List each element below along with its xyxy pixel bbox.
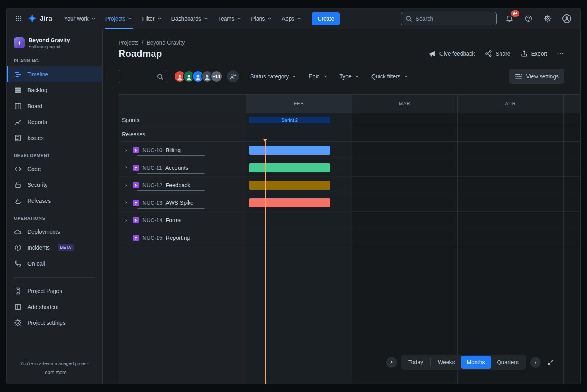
sidebar-item-code[interactable]: Code: [7, 161, 102, 177]
code-icon: [14, 165, 22, 173]
nav-dashboards[interactable]: Dashboards: [167, 8, 214, 29]
share-button[interactable]: Share: [484, 50, 510, 58]
avatar-overflow[interactable]: +14: [210, 70, 222, 82]
learn-more-link[interactable]: Learn more: [42, 370, 66, 375]
notifications-button[interactable]: 9+: [503, 12, 516, 25]
global-search-input[interactable]: [401, 12, 497, 25]
sidebar-item-reports[interactable]: Reports: [7, 114, 102, 130]
expand-chevron-icon[interactable]: [122, 217, 130, 224]
expand-chevron-icon[interactable]: [122, 182, 130, 189]
epic-name[interactable]: Forms: [166, 217, 182, 223]
timeline-controls: Today Weeks Months Quarters: [386, 355, 556, 370]
expand-chevron-icon[interactable]: [122, 199, 130, 206]
expand-chevron-icon[interactable]: [122, 147, 130, 154]
epic-key: NUC-11: [142, 165, 162, 171]
nav-filter[interactable]: Filter: [137, 8, 166, 29]
nav-your-work[interactable]: Your work: [59, 8, 101, 29]
chevron-down-icon: [323, 74, 328, 79]
jira-logo[interactable]: Jira: [27, 14, 52, 23]
epic-progress-track: [137, 208, 205, 209]
zoom-control: Today Weeks Months Quarters: [401, 355, 526, 370]
filter-status-category[interactable]: Status category: [246, 70, 301, 83]
epic-key: NUC-14: [142, 217, 163, 223]
expand-chevron-icon[interactable]: [122, 164, 130, 171]
create-button[interactable]: Create: [312, 12, 340, 25]
info-button[interactable]: [530, 357, 541, 368]
chevron-down-icon: [204, 16, 208, 21]
breadcrumb-projects[interactable]: Projects: [119, 39, 139, 46]
filter-quick-filters[interactable]: Quick filters: [367, 70, 412, 83]
epic-bar[interactable]: [249, 146, 330, 155]
nav-apps[interactable]: Apps: [277, 8, 306, 29]
jira-logo-icon: [27, 14, 37, 23]
epic-bar[interactable]: [249, 198, 330, 207]
zoom-weeks-button[interactable]: Weeks: [432, 356, 461, 369]
more-actions-button[interactable]: ⋯: [557, 49, 564, 58]
sidebar-item-on-call[interactable]: On-call: [7, 256, 102, 272]
month-header-apr: APR: [457, 95, 563, 113]
sidebar-item-backlog[interactable]: Backlog: [7, 82, 102, 98]
sidebar-item-add-shortcut[interactable]: Add shortcut: [7, 299, 102, 315]
chevron-right-icon: [389, 359, 394, 365]
sidebar-item-issues[interactable]: Issues: [7, 130, 102, 146]
sidebar-divider: [14, 277, 95, 278]
sidebar-item-releases[interactable]: Releases: [7, 193, 102, 209]
project-header[interactable]: Beyond Gravity Software project: [7, 37, 102, 51]
epic-progress-track: [137, 155, 205, 156]
sidebar-item-board[interactable]: Board: [7, 98, 102, 114]
nav-plans[interactable]: Plans: [246, 8, 277, 29]
document-icon: [14, 287, 22, 295]
sprint-bar[interactable]: Sprint 2: [249, 117, 330, 123]
app-switcher-button[interactable]: [12, 12, 25, 25]
jira-window: Jira Your work Projects Filter Dashboard…: [6, 8, 581, 384]
filter-type[interactable]: Type: [336, 70, 363, 83]
epic-name[interactable]: Billing: [166, 147, 181, 153]
zoom-quarters-button[interactable]: Quarters: [491, 356, 525, 369]
epic-row: NUC-14 Forms: [119, 212, 580, 229]
timeline-month-header: FEB MAR APR: [119, 95, 580, 113]
project-avatar: [14, 37, 25, 48]
epic-name[interactable]: Reporting: [166, 235, 190, 241]
epic-bar[interactable]: [249, 181, 330, 190]
epic-bar[interactable]: [249, 163, 330, 172]
info-icon: [533, 359, 539, 365]
epic-name[interactable]: AWS Spike: [166, 200, 194, 206]
zoom-months-button[interactable]: Months: [461, 356, 491, 369]
today-button[interactable]: Today: [402, 356, 429, 369]
settings-button[interactable]: [541, 12, 554, 25]
epic-icon: [133, 182, 139, 188]
add-person-button[interactable]: [227, 70, 239, 82]
epic-key: NUC-10: [142, 147, 163, 153]
nav-projects[interactable]: Projects: [101, 8, 138, 29]
search-icon: [405, 15, 413, 23]
epic-row: NUC-15 Reporting: [119, 229, 580, 246]
view-settings-button[interactable]: View settings: [509, 69, 564, 84]
sidebar-item-incidents[interactable]: Incidents BETA: [7, 240, 102, 256]
help-button[interactable]: [522, 12, 535, 25]
filter-epic[interactable]: Epic: [305, 70, 331, 83]
notification-badge: 9+: [511, 10, 519, 17]
sidebar-item-timeline[interactable]: Timeline: [7, 66, 102, 82]
give-feedback-button[interactable]: Give feedback: [428, 50, 475, 58]
scroll-right-button[interactable]: [386, 357, 397, 368]
sidebar-item-deployments[interactable]: Deployments: [7, 224, 102, 240]
gear-icon: [14, 319, 22, 327]
chevron-down-icon: [128, 16, 132, 21]
sidebar-item-security[interactable]: Security: [7, 177, 102, 193]
epic-name[interactable]: Accounts: [165, 165, 189, 171]
nav-teams[interactable]: Teams: [213, 8, 246, 29]
export-button[interactable]: Export: [520, 50, 547, 58]
breadcrumb-separator: /: [142, 39, 144, 46]
section-label-operations: OPERATIONS: [7, 209, 102, 224]
ship-icon: [14, 197, 22, 205]
sidebar-item-project-pages[interactable]: Project Pages: [7, 283, 102, 299]
sidebar-item-project-settings[interactable]: Project settings: [7, 315, 102, 331]
fullscreen-button[interactable]: [545, 357, 556, 368]
board-icon: [14, 102, 22, 110]
timeline-search: [119, 70, 167, 83]
profile-button[interactable]: [560, 12, 573, 25]
breadcrumb-project-name[interactable]: Beyond Gravity: [146, 39, 185, 46]
epic-name[interactable]: Feedback: [166, 182, 190, 188]
chevron-down-icon: [157, 16, 162, 21]
gear-icon: [544, 15, 552, 23]
